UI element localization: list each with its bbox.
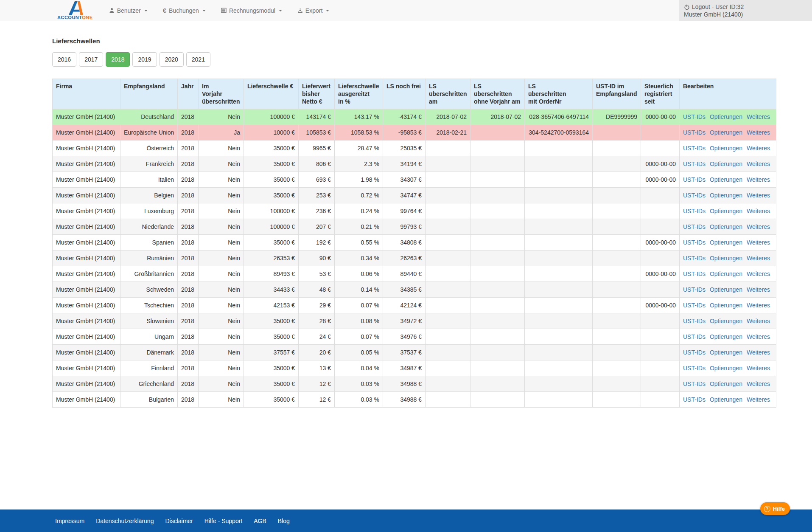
year-tab-2021[interactable]: 2021 [186, 52, 210, 67]
weiteres-link[interactable]: Weiteres [747, 176, 770, 183]
year-tab-2020[interactable]: 2020 [160, 52, 184, 67]
year-tab-2016[interactable]: 2016 [52, 52, 76, 67]
footer-link-hilfe-support[interactable]: Hilfe - Support [204, 518, 242, 524]
ust-ids-link[interactable]: UST-IDs [683, 192, 706, 199]
brand-logo[interactable]: ACCOUNTONE [57, 1, 93, 20]
weiteres-link[interactable]: Weiteres [747, 286, 770, 293]
year-tab-2018[interactable]: 2018 [106, 52, 130, 67]
optierungen-link[interactable]: Optierungen [710, 113, 742, 120]
optierungen-link[interactable]: Optierungen [710, 270, 742, 277]
table-row: Muster GmbH (21400)Belgien2018Nein35000 … [53, 188, 776, 203]
ust-ids-link[interactable]: UST-IDs [683, 349, 706, 356]
cell-ls-ueberschritten-mit-ordernr [525, 360, 593, 376]
weiteres-link[interactable]: Weiteres [747, 192, 770, 199]
ust-ids-link[interactable]: UST-IDs [683, 160, 706, 167]
ust-ids-link[interactable]: UST-IDs [683, 270, 706, 277]
ust-ids-link[interactable]: UST-IDs [683, 302, 706, 309]
optierungen-link[interactable]: Optierungen [710, 318, 742, 324]
optierungen-link[interactable]: Optierungen [710, 208, 742, 214]
ust-ids-link[interactable]: UST-IDs [683, 208, 706, 214]
weiteres-link[interactable]: Weiteres [747, 333, 770, 340]
weiteres-link[interactable]: Weiteres [747, 145, 770, 152]
cell-lieferwert-bisher-netto: 236 € [299, 203, 335, 219]
ust-ids-link[interactable]: UST-IDs [683, 396, 706, 403]
optierungen-link[interactable]: Optierungen [710, 239, 742, 246]
year-tab-2017[interactable]: 2017 [79, 52, 103, 67]
ust-ids-link[interactable]: UST-IDs [683, 255, 706, 262]
cell-ls-ueberschritten-ohne-vorjahr-am [470, 156, 525, 172]
nav-menu-rechnungsmodul[interactable]: Rechnungsmodul [221, 7, 282, 14]
cell-jahr: 2018 [178, 251, 199, 266]
cell-bearbeiten: UST-IDsOptierungenWeiteres [680, 219, 776, 235]
optierungen-link[interactable]: Optierungen [710, 145, 742, 152]
ust-ids-link[interactable]: UST-IDs [683, 176, 706, 183]
optierungen-link[interactable]: Optierungen [710, 365, 742, 372]
cell-steuerlich-registriert-seit [641, 360, 680, 376]
optierungen-link[interactable]: Optierungen [710, 286, 742, 293]
weiteres-link[interactable]: Weiteres [747, 255, 770, 262]
optierungen-link[interactable]: Optierungen [710, 129, 742, 136]
weiteres-link[interactable]: Weiteres [747, 129, 770, 136]
cell-ust-id-im-empfangsland [593, 345, 641, 360]
ust-ids-link[interactable]: UST-IDs [683, 286, 706, 293]
weiteres-link[interactable]: Weiteres [747, 223, 770, 230]
weiteres-link[interactable]: Weiteres [747, 318, 770, 324]
table-row: Muster GmbH (21400)Europäische Union2018… [53, 125, 776, 141]
nav-menu-export[interactable]: Export [297, 7, 329, 14]
nav-menu-label: Benutzer [117, 7, 141, 14]
weiteres-link[interactable]: Weiteres [747, 349, 770, 356]
cell-ls-ueberschritten-mit-ordernr [525, 156, 593, 172]
cell-bearbeiten: UST-IDsOptierungenWeiteres [680, 251, 776, 266]
ust-ids-link[interactable]: UST-IDs [683, 333, 706, 340]
ust-ids-link[interactable]: UST-IDs [683, 145, 706, 152]
cell-lieferwert-bisher-netto: 693 € [299, 172, 335, 188]
optierungen-link[interactable]: Optierungen [710, 176, 742, 183]
user-icon [109, 8, 115, 13]
weiteres-link[interactable]: Weiteres [747, 113, 770, 120]
optierungen-link[interactable]: Optierungen [710, 255, 742, 262]
ust-ids-link[interactable]: UST-IDs [683, 113, 706, 120]
nav-menu-buchungen[interactable]: €Buchungen [163, 7, 206, 14]
optierungen-link[interactable]: Optierungen [710, 333, 742, 340]
ust-ids-link[interactable]: UST-IDs [683, 239, 706, 246]
weiteres-link[interactable]: Weiteres [747, 396, 770, 403]
table-row: Muster GmbH (21400)Rumänien2018Nein26353… [53, 251, 776, 266]
help-button[interactable]: ? Hilfe [760, 502, 790, 515]
cell-ls-ueberschritten-mit-ordernr [525, 172, 593, 188]
footer-link-impressum[interactable]: Impressum [55, 518, 84, 524]
footer-link-agb[interactable]: AGB [254, 518, 266, 524]
footer-link-datenschutzerkl-rung[interactable]: Datenschutzerklärung [96, 518, 154, 524]
cell-ust-id-im-empfangsland [593, 282, 641, 298]
table-row: Muster GmbH (21400)Griechenland2018Nein3… [53, 376, 776, 392]
weiteres-link[interactable]: Weiteres [747, 208, 770, 214]
chevron-down-icon [144, 10, 148, 11]
cell-ust-id-im-empfangsland [593, 266, 641, 282]
ust-ids-link[interactable]: UST-IDs [683, 318, 706, 324]
footer-link-blog[interactable]: Blog [278, 518, 290, 524]
footer-link-disclaimer[interactable]: Disclaimer [165, 518, 193, 524]
optierungen-link[interactable]: Optierungen [710, 192, 742, 199]
optierungen-link[interactable]: Optierungen [710, 302, 742, 309]
ust-ids-link[interactable]: UST-IDs [683, 223, 706, 230]
nav-menu-benutzer[interactable]: Benutzer [109, 7, 148, 14]
weiteres-link[interactable]: Weiteres [747, 365, 770, 372]
ust-ids-link[interactable]: UST-IDs [683, 129, 706, 136]
optierungen-link[interactable]: Optierungen [710, 380, 742, 387]
weiteres-link[interactable]: Weiteres [747, 270, 770, 277]
cell-lieferwert-bisher-netto: 12 € [299, 392, 335, 408]
weiteres-link[interactable]: Weiteres [747, 302, 770, 309]
cell-ls-ueberschritten-am [426, 329, 470, 345]
ust-ids-link[interactable]: UST-IDs [683, 365, 706, 372]
weiteres-link[interactable]: Weiteres [747, 239, 770, 246]
optierungen-link[interactable]: Optierungen [710, 396, 742, 403]
year-tab-2019[interactable]: 2019 [132, 52, 157, 67]
optierungen-link[interactable]: Optierungen [710, 223, 742, 230]
ust-ids-link[interactable]: UST-IDs [683, 380, 706, 387]
optierungen-link[interactable]: Optierungen [710, 160, 742, 167]
logout-button[interactable]: Logout - User ID:32 Muster GmbH (21400) [679, 0, 812, 21]
optierungen-link[interactable]: Optierungen [710, 349, 742, 356]
cell-ls-ueberschritten-mit-ordernr [525, 345, 593, 360]
weiteres-link[interactable]: Weiteres [747, 160, 770, 167]
cell-lieferwert-bisher-netto: 13 € [299, 360, 335, 376]
weiteres-link[interactable]: Weiteres [747, 380, 770, 387]
